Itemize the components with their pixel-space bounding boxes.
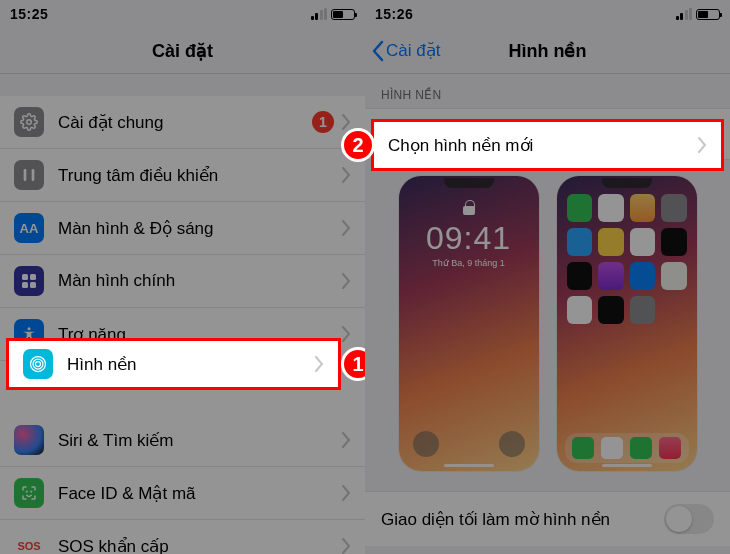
wallpaper-screen: 15:26 Cài đặt Hình nền HÌNH NỀN 09:41 Th… (365, 0, 730, 554)
chevron-right-icon (698, 137, 707, 153)
row-sos-label: SOS khẩn cấp (58, 536, 342, 555)
siri-icon (14, 425, 44, 455)
row-display[interactable]: AA Màn hình & Độ sáng (0, 202, 365, 255)
battery-icon (331, 9, 355, 20)
signal-icon (311, 9, 328, 20)
row-wallpaper-label: Hình nền (67, 354, 315, 375)
lock-icon (463, 200, 475, 215)
chevron-right-icon (342, 485, 351, 501)
svg-rect-4 (30, 274, 36, 280)
flashlight-icon (413, 431, 439, 457)
svg-rect-3 (22, 274, 28, 280)
choose-new-wallpaper[interactable]: Chọn hình nền mới (371, 119, 724, 171)
chevron-right-icon (342, 538, 351, 554)
svg-point-10 (36, 362, 41, 367)
chevron-right-icon (342, 432, 351, 448)
status-bar: 15:26 (365, 0, 730, 28)
settings-screen: 15:25 Cài đặt Cài đặt chung 1 (0, 0, 365, 554)
status-time: 15:25 (10, 6, 48, 22)
dark-dims-row: Giao diện tối làm mờ hình nền (365, 491, 730, 546)
row-general-label: Cài đặt chung (58, 112, 312, 133)
nav-bar: Cài đặt (0, 28, 365, 74)
choose-new-label: Chọn hình nền mới (388, 135, 698, 156)
svg-point-8 (26, 491, 27, 492)
status-indicators (676, 9, 721, 20)
sliders-icon (14, 160, 44, 190)
row-home-screen[interactable]: Màn hình chính (0, 255, 365, 308)
home-screen-icon (14, 266, 44, 296)
status-bar: 15:25 (0, 0, 365, 28)
svg-rect-5 (22, 282, 28, 288)
chevron-right-icon (342, 220, 351, 236)
svg-rect-2 (32, 169, 35, 181)
svg-rect-6 (30, 282, 36, 288)
camera-icon (499, 431, 525, 457)
signal-icon (676, 9, 693, 20)
faceid-icon (14, 478, 44, 508)
row-display-label: Màn hình & Độ sáng (58, 218, 342, 239)
lock-clock: 09:41 (399, 220, 539, 257)
sos-icon: SOS (14, 531, 44, 554)
display-icon: AA (14, 213, 44, 243)
row-sos[interactable]: SOS SOS khẩn cấp (0, 520, 365, 554)
chevron-right-icon (342, 326, 351, 342)
row-general[interactable]: Cài đặt chung 1 (0, 96, 365, 149)
nav-bar: Cài đặt Hình nền (365, 28, 730, 74)
nav-title: Hình nền (509, 40, 587, 62)
section-header: HÌNH NỀN (365, 74, 730, 108)
row-wallpaper[interactable]: Hình nền (6, 338, 341, 390)
row-home-screen-label: Màn hình chính (58, 271, 342, 291)
wallpaper-icon (23, 349, 53, 379)
row-control-center[interactable]: Trung tâm điều khiển (0, 149, 365, 202)
battery-icon (696, 9, 720, 20)
step-marker-2: 2 (341, 128, 375, 162)
wallpaper-previews: 09:41 Thứ Ba, 9 tháng 1 (365, 160, 730, 491)
svg-point-9 (31, 491, 32, 492)
chevron-right-icon (342, 114, 351, 130)
dark-dims-toggle[interactable] (664, 504, 714, 534)
lock-screen-preview[interactable]: 09:41 Thứ Ba, 9 tháng 1 (399, 176, 539, 471)
nav-title: Cài đặt (152, 40, 213, 62)
chevron-right-icon (315, 356, 324, 372)
status-indicators (311, 9, 356, 20)
back-button[interactable]: Cài đặt (371, 28, 440, 73)
row-siri[interactable]: Siri & Tìm kiếm (0, 414, 365, 467)
home-screen-preview[interactable] (557, 176, 697, 471)
row-siri-label: Siri & Tìm kiếm (58, 430, 342, 451)
dark-dims-label: Giao diện tối làm mờ hình nền (381, 509, 610, 530)
chevron-left-icon (371, 40, 384, 62)
gear-icon (14, 107, 44, 137)
svg-point-11 (33, 359, 43, 369)
chevron-right-icon (342, 273, 351, 289)
svg-rect-1 (24, 169, 27, 181)
row-control-center-label: Trung tâm điều khiển (58, 165, 342, 186)
back-label: Cài đặt (386, 40, 440, 61)
row-faceid[interactable]: Face ID & Mật mã (0, 467, 365, 520)
lock-date: Thứ Ba, 9 tháng 1 (399, 258, 539, 268)
svg-point-0 (27, 120, 32, 125)
chevron-right-icon (342, 167, 351, 183)
status-time: 15:26 (375, 6, 413, 22)
svg-point-7 (28, 327, 31, 330)
row-faceid-label: Face ID & Mật mã (58, 483, 342, 504)
row-general-badge: 1 (312, 111, 334, 133)
